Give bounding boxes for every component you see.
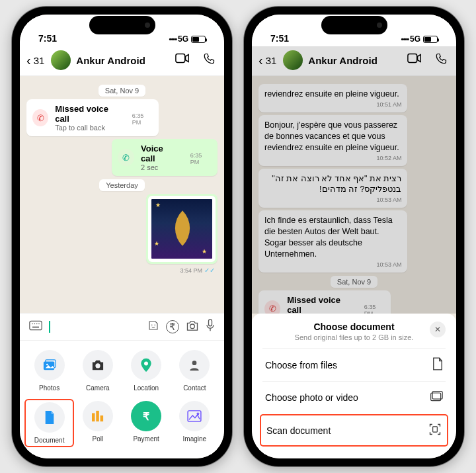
date-separator: Sat, Nov 9 [258,277,450,286]
camera-icon [91,359,105,371]
missed-call-time: 6:35 PM [132,112,153,126]
close-button[interactable]: ✕ [430,322,446,337]
imagine-icon [187,410,202,422]
attach-document[interactable]: Document [24,399,74,447]
photos-icon [42,359,57,372]
dynamic-island [89,16,155,34]
screenshot-pair: 7:51 •••• 5G ‹ 31 Ankur Android Sat, Nov [5,0,471,473]
voice-call-icon[interactable] [435,53,447,67]
contact-icon [188,359,201,372]
back-button[interactable]: ‹ [258,53,263,68]
sticker-icon[interactable] [147,320,159,334]
date-separator: Sat, Nov 9 [26,85,218,95]
svg-rect-10 [209,320,212,326]
voice-call-sub: 2 sec [141,163,178,171]
back-count[interactable]: 31 [266,55,277,66]
image-message[interactable]: ★ ★ ★ [146,194,218,264]
signal-icon: •••• [401,35,409,43]
image-time-row: 3:54 PM✓✓ [26,267,218,274]
svg-rect-19 [100,415,103,421]
svg-rect-18 [96,411,99,421]
chat-header: ‹ 31 Ankur Android [252,46,456,76]
network-label: 5G [410,34,420,44]
network-label: 5G [178,34,188,44]
chat-title[interactable]: Ankur Android [308,55,402,66]
attach-camera[interactable]: Camera [75,350,120,392]
svg-point-3 [34,323,36,325]
doc-sheet-subtitle: Send original files up to 2 GB in size. [262,333,446,341]
choose-photo-video[interactable]: Choose photo or video [262,381,446,413]
avatar[interactable] [51,50,71,70]
attach-photos[interactable]: Photos [26,350,72,392]
voice-call-title: Voice call [141,144,178,163]
message-bubble[interactable]: Bonjour, j'espère que vous passerez de b… [258,115,407,166]
attach-poll[interactable]: Poll [75,401,120,445]
svg-point-7 [151,325,153,326]
message-input[interactable] [49,321,141,333]
poll-icon [91,410,104,422]
missed-call-icon: ✆ [32,109,48,126]
svg-point-9 [190,324,195,329]
document-sheet: Choose document Send original files up t… [252,314,456,458]
missed-call-sub: Tap to call back [55,124,120,132]
image-thumbnail: ★ ★ ★ [148,196,216,262]
keyboard-icon[interactable] [29,320,42,333]
screen-left: 7:51 •••• 5G ‹ 31 Ankur Android Sat, Nov [20,15,224,458]
phone-frame-left: 7:51 •••• 5G ‹ 31 Ankur Android Sat, Nov [12,7,232,466]
svg-point-4 [36,323,38,325]
svg-point-14 [95,363,100,368]
svg-rect-0 [176,54,185,63]
video-call-icon[interactable] [175,53,190,67]
svg-rect-1 [30,321,42,329]
chat-title[interactable]: Ankur Android [76,55,170,66]
screen-right: 7:51 •••• 5G ‹ 31 Ankur Android [252,15,456,458]
header-actions [407,53,447,67]
missed-call-bubble[interactable]: ✆ Missed voice call Tap to call back 6:3… [26,99,159,136]
camera-icon[interactable] [186,320,199,334]
doc-sheet-header: Choose document Send original files up t… [262,322,446,341]
battery-icon [191,36,206,43]
svg-rect-17 [92,413,95,422]
status-time: 7:51 [38,33,57,44]
svg-point-13 [46,364,48,366]
back-count[interactable]: 31 [34,55,45,66]
svg-point-16 [192,361,197,365]
video-call-icon[interactable] [407,53,422,67]
message-bubble[interactable]: reviendrez ensuite en pleine vigueur. 10… [258,84,407,112]
status-time: 7:51 [270,33,289,44]
status-right: •••• 5G [169,34,206,44]
svg-rect-20 [188,411,201,421]
svg-point-8 [155,325,156,326]
voice-call-icon[interactable] [203,53,215,67]
back-button[interactable]: ‹ [26,53,31,68]
voice-call-time: 6:35 PM [190,152,212,165]
missed-call-bubble[interactable]: ✆ Missed voice call Tap to call back 6:3… [258,290,391,314]
attach-payment[interactable]: ₹ Payment [124,401,169,445]
status-right: •••• 5G [401,34,438,44]
attach-imagine[interactable]: Imagine [172,401,218,445]
svg-rect-24 [433,427,438,432]
svg-point-5 [38,323,40,325]
chat-body[interactable]: Sat, Nov 9 ✆ Missed voice call Tap to ca… [20,76,224,313]
rupee-icon[interactable]: ₹ [166,320,179,333]
message-bubble[interactable]: Ich finde es erstaunlich, dass Tesla die… [258,210,407,273]
message-bubble[interactable]: רצית את "אף אחד לא רוצה את זה" בנטפליקס?… [258,169,407,208]
scan-document[interactable]: Scan document [260,414,448,447]
chat-body: reviendrez ensuite en pleine vigueur. 10… [252,76,456,314]
svg-point-2 [32,323,33,325]
date-separator: Yesterday [26,180,218,190]
scan-icon [428,423,442,438]
choose-from-files[interactable]: Choose from files [262,348,446,381]
svg-rect-21 [408,54,417,63]
voice-call-bubble[interactable]: ✆ Voice call 2 sec 6:35 PM [112,139,218,176]
avatar[interactable] [283,50,303,70]
document-icon [44,410,56,425]
file-icon [432,357,443,372]
rupee-icon: ₹ [131,401,161,431]
mic-icon[interactable] [206,319,215,335]
doc-sheet-title: Choose document [262,322,446,332]
attach-contact[interactable]: Contact [172,350,218,392]
svg-rect-6 [32,327,39,328]
missed-call-icon: ✆ [264,300,280,314]
attach-location[interactable]: Location [124,350,169,392]
